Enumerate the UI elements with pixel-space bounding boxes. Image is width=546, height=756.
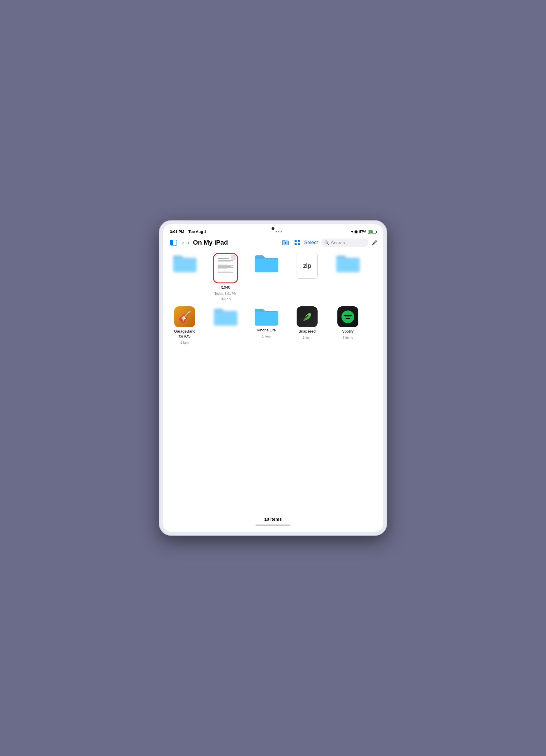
file-label: GarageBandfor iOS	[174, 329, 195, 339]
file-icon-wrapper	[213, 306, 238, 326]
pdf-line	[218, 260, 233, 261]
folder-icon	[213, 306, 238, 326]
pdf-line	[218, 271, 231, 271]
page-title: On My iPad	[193, 239, 278, 246]
garageband-app-icon: 🎸	[174, 306, 195, 327]
status-center-dots	[276, 231, 282, 232]
wifi-icon: ▾ ◉	[351, 229, 358, 234]
add-folder-icon	[282, 239, 289, 246]
add-folder-button[interactable]	[281, 238, 290, 247]
list-item[interactable]: ​	[250, 253, 282, 280]
navigation-bar: ‹ › On My iPad	[163, 236, 383, 250]
zip-file-icon: zip	[297, 253, 318, 279]
camera-notch	[271, 227, 275, 230]
svg-rect-5	[298, 243, 300, 245]
files-row-1: ​	[169, 253, 377, 301]
list-item[interactable]: ​	[209, 306, 241, 333]
nav-actions: Select 🔍 Search 🎤	[281, 238, 377, 247]
svg-rect-3	[298, 240, 300, 242]
files-area: ​	[163, 250, 383, 513]
list-item[interactable]: ​	[332, 253, 364, 280]
battery-indicator	[368, 230, 376, 234]
home-indicator[interactable]	[255, 524, 291, 526]
pdf-lines	[216, 258, 234, 273]
folder-icon	[254, 306, 279, 326]
file-icon-wrapper: 🎸	[174, 306, 195, 327]
time-display: 3:01 PM	[170, 229, 184, 234]
sidebar-icon	[170, 240, 177, 245]
select-button[interactable]: Select	[304, 240, 318, 245]
svg-rect-2	[295, 240, 297, 242]
sidebar-icon-right	[173, 240, 176, 245]
file-icon-wrapper	[254, 306, 279, 326]
search-bar[interactable]: 🔍 Search	[322, 239, 368, 247]
file-icon-wrapper	[172, 253, 197, 273]
file-item-count: 1 item	[262, 335, 271, 338]
pdf-line	[218, 258, 229, 259]
battery-body	[368, 230, 376, 234]
folder-icon	[254, 253, 279, 273]
search-placeholder: Search	[331, 240, 345, 245]
pdf-document-icon	[215, 255, 236, 281]
file-item-count: 1 item	[180, 341, 189, 344]
footer: 10 items	[163, 513, 383, 532]
svg-point-6	[308, 313, 311, 316]
file-label: Spotify	[342, 329, 354, 334]
dot-2	[278, 231, 280, 232]
back-button[interactable]: ‹	[181, 240, 185, 245]
nav-arrows: ‹ ›	[181, 240, 190, 245]
ipad-frame: 3:01 PM Tue Aug 1 ▾ ◉ 57%	[159, 221, 387, 535]
file-icon-wrapper	[213, 253, 238, 283]
files-row-2: 🎸 GarageBandfor iOS 1 item ​	[169, 306, 377, 344]
sidebar-toggle-button[interactable]	[169, 239, 178, 247]
grid-view-icon	[294, 239, 301, 246]
list-item[interactable]: iPhone Life 1 item	[250, 306, 282, 338]
pdf-line	[218, 264, 227, 264]
date-display: Tue Aug 1	[188, 229, 206, 234]
spotify-bar	[345, 317, 351, 317]
pdf-line	[218, 270, 233, 270]
file-size: 156 KB	[220, 297, 231, 301]
file-icon-wrapper	[336, 253, 361, 273]
file-icon-wrapper: zip	[297, 253, 318, 279]
pdf-line	[218, 266, 231, 267]
file-item-count: 1 item	[303, 336, 312, 339]
list-item[interactable]: zip ​	[291, 253, 323, 285]
forward-button[interactable]: ›	[186, 240, 191, 245]
pdf-line	[218, 263, 233, 263]
guitar-symbol: 🎸	[178, 311, 191, 323]
list-item[interactable]: Snapseed 1 item	[291, 306, 323, 339]
sidebar-icon-left	[171, 240, 173, 245]
ipad-screen: 3:01 PM Tue Aug 1 ▾ ◉ 57%	[163, 224, 383, 532]
list-item[interactable]: 🎸 GarageBandfor iOS 1 item	[169, 306, 201, 344]
items-count: 10 items	[264, 517, 282, 522]
folder-icon	[336, 253, 361, 273]
spotify-bar	[346, 318, 350, 319]
file-label: Snapseed	[299, 329, 316, 334]
folder-icon	[172, 253, 197, 273]
pdf-line	[218, 272, 233, 273]
battery-percent: 57%	[359, 230, 366, 234]
pdf-line	[218, 262, 231, 262]
snapseed-app-icon	[297, 306, 318, 327]
list-item[interactable]: ​	[169, 253, 201, 280]
status-bar: 3:01 PM Tue Aug 1 ▾ ◉ 57%	[163, 224, 383, 236]
spotify-logo	[342, 310, 354, 323]
mic-button[interactable]: 🎤	[372, 240, 377, 245]
dot-1	[276, 231, 277, 232]
dot-3	[281, 231, 282, 232]
file-label: f1040	[221, 285, 230, 290]
snapseed-leaf-svg	[301, 310, 314, 323]
pdf-line	[218, 269, 227, 269]
status-time: 3:01 PM Tue Aug 1	[170, 229, 206, 234]
pdf-line	[218, 267, 233, 268]
file-label: iPhone Life	[257, 328, 276, 333]
grid-view-button[interactable]	[294, 239, 301, 246]
spotify-app-icon	[338, 306, 358, 327]
file-icon-wrapper	[338, 306, 358, 327]
file-date: Today, 3:01 PM	[214, 292, 236, 295]
battery-fill	[369, 230, 372, 233]
zip-label: zip	[303, 262, 311, 270]
list-item[interactable]: Spotify 8 items	[332, 306, 364, 339]
list-item[interactable]: f1040 Today, 3:01 PM 156 KB	[209, 253, 241, 301]
